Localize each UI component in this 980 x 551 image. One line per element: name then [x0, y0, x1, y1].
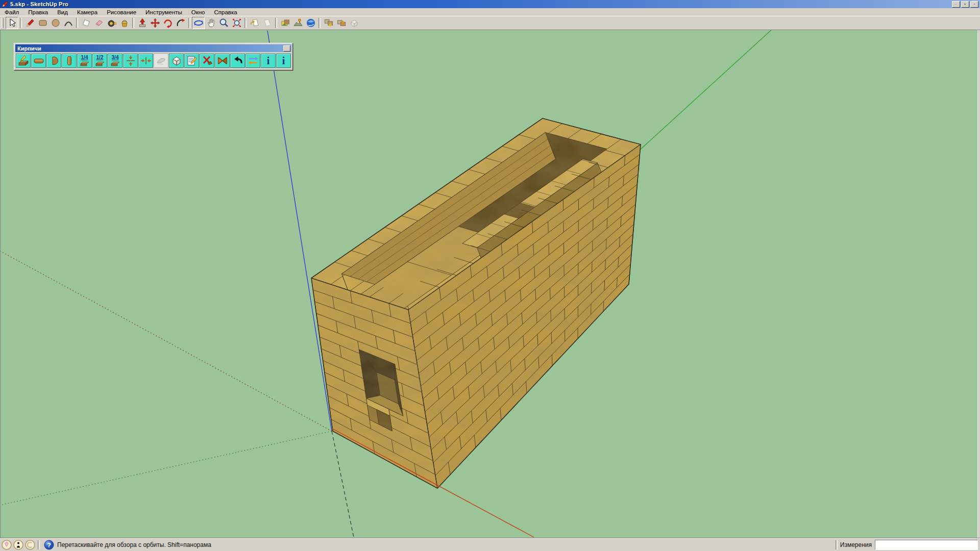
move-tool-button[interactable]: [149, 17, 161, 29]
help-icon[interactable]: ?: [44, 540, 54, 550]
pan-tool-button[interactable]: [205, 17, 217, 29]
attribution-status-icon[interactable]: [13, 540, 23, 550]
component-sheet-icon: [81, 18, 91, 28]
menu-draw[interactable]: Рисование: [102, 9, 141, 15]
restore-button[interactable]: [961, 1, 969, 8]
bricks-toolbar-close-button[interactable]: [283, 45, 290, 52]
svg-text:?: ?: [47, 542, 51, 549]
make-component-button[interactable]: [80, 17, 92, 29]
orbit-icon: [193, 18, 204, 28]
menu-help[interactable]: Справка: [210, 9, 242, 15]
next-view-icon: [262, 18, 273, 28]
circle-icon: [51, 18, 61, 28]
edit-sheet-button[interactable]: [184, 54, 199, 68]
align-vertical-icon: [125, 55, 137, 67]
brick-quarter-button[interactable]: 1/4: [77, 54, 92, 68]
bricks-toolbar-buttons: 1/4 1/2 3/4: [15, 52, 291, 69]
status-separator: [836, 540, 838, 549]
follow-me-button[interactable]: [174, 17, 187, 29]
menu-window[interactable]: Окно: [187, 9, 210, 15]
info-icon: i: [282, 55, 285, 66]
window-title: 5.skp - SketchUp Pro: [10, 1, 68, 7]
menu-camera[interactable]: Камера: [72, 9, 102, 15]
previous-view-button[interactable]: [248, 17, 261, 29]
tape-measure-button[interactable]: [105, 17, 118, 29]
select-tool-button[interactable]: [6, 17, 18, 29]
add-location-icon: [280, 18, 290, 28]
undo-button[interactable]: [230, 54, 245, 68]
circle-tool-button[interactable]: [49, 17, 62, 29]
quarter-label: 1/4: [81, 55, 88, 60]
swap-direction-icon: [247, 55, 259, 67]
toolbar-separator: [275, 18, 277, 28]
main-toolbar: [0, 16, 980, 30]
align-vertical-button[interactable]: [123, 54, 138, 68]
box-3d-icon: [170, 55, 183, 67]
brick-whole-button[interactable]: [31, 54, 46, 68]
info-icon: i: [267, 55, 270, 66]
brick-half-button[interactable]: 1/2: [92, 54, 107, 68]
component-library-button[interactable]: [348, 17, 360, 29]
brick-whole-icon: [33, 55, 45, 67]
delete-brick-button[interactable]: [215, 54, 230, 68]
drawing-viewport[interactable]: [0, 0, 980, 551]
info-a-button[interactable]: i: [261, 54, 276, 68]
brick-half-round-button[interactable]: [46, 54, 61, 68]
orbit-tool-button[interactable]: [192, 17, 205, 29]
rotate-tool-button[interactable]: [161, 17, 174, 29]
brick-sketch-button[interactable]: [16, 54, 31, 68]
google-earth-button[interactable]: [304, 17, 317, 29]
status-hint-text: Перетаскивайте для обзора с орбиты. Shif…: [57, 541, 211, 548]
bricks-toolbar[interactable]: Кирпичи: [14, 43, 293, 70]
next-view-button[interactable]: [261, 17, 274, 29]
minimize-button[interactable]: [952, 1, 960, 8]
edit-sheet-icon: [186, 55, 198, 67]
disabled-tool-button[interactable]: [154, 54, 168, 68]
arc-tool-button[interactable]: [62, 17, 75, 29]
magnifier-icon: [219, 18, 229, 28]
toolbar-separator: [188, 18, 190, 28]
toolbar-grip[interactable]: [1, 18, 4, 28]
follow-me-icon: [176, 18, 186, 28]
push-pull-button[interactable]: [136, 17, 149, 29]
window-right-border: [978, 29, 980, 539]
measurements-input[interactable]: [875, 540, 978, 550]
select-arrow-icon: [7, 18, 17, 28]
status-separator: [38, 540, 40, 549]
close-button[interactable]: [970, 1, 978, 8]
swap-direction-button[interactable]: [246, 54, 260, 68]
measurements-label: Измерения: [840, 541, 872, 548]
align-horizontal-button[interactable]: [138, 54, 153, 68]
share-model-button[interactable]: [335, 17, 348, 29]
brick-three-quarter-button[interactable]: 3/4: [108, 54, 122, 68]
line-tool-button[interactable]: [23, 17, 36, 29]
rectangle-tool-button[interactable]: [36, 17, 49, 29]
get-models-button[interactable]: [322, 17, 335, 29]
title-bar: 5.skp - SketchUp Pro: [0, 0, 980, 8]
add-location-button[interactable]: [279, 17, 291, 29]
brick-upright-button[interactable]: [62, 54, 77, 68]
menu-view[interactable]: Вид: [53, 9, 72, 15]
bricks-toolbar-titlebar[interactable]: Кирпичи: [15, 44, 291, 52]
toolbar-separator: [318, 18, 321, 28]
license-status-icon[interactable]: [25, 540, 35, 550]
menu-edit[interactable]: Правка: [23, 9, 53, 15]
menu-file[interactable]: Файл: [0, 9, 23, 15]
box-3d-button[interactable]: [169, 54, 184, 68]
sketchup-app-icon: [2, 1, 8, 8]
zoom-tool-button[interactable]: [217, 17, 230, 29]
toolbar-separator: [20, 18, 22, 28]
toolbar-separator: [244, 18, 247, 28]
toggle-terrain-button[interactable]: [291, 17, 304, 29]
eraser-tool-button[interactable]: [92, 17, 105, 29]
erase-tool-button[interactable]: [200, 54, 214, 68]
location-status-icon[interactable]: [2, 540, 12, 550]
paint-bucket-button[interactable]: [118, 17, 131, 29]
menu-tools[interactable]: Инструменты: [141, 9, 187, 15]
white-box-icon: [349, 18, 359, 28]
three-quarter-label: 3/4: [112, 55, 119, 60]
zoom-extents-button[interactable]: [230, 17, 243, 29]
brick-base-icon: [94, 60, 106, 66]
arc-icon: [63, 18, 74, 28]
info-b-button[interactable]: i: [276, 54, 291, 68]
